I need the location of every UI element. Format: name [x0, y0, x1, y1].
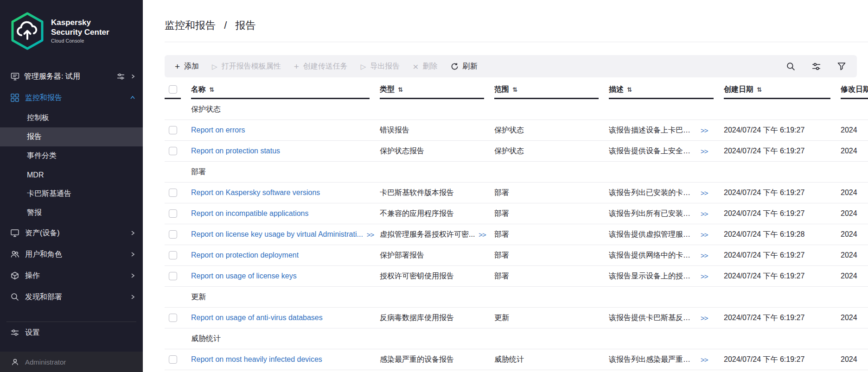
sidebar-item-users-roles[interactable]: 用户和角色: [0, 244, 143, 265]
description-text: 该报告显示设备上的授权许...: [609, 271, 697, 281]
cell-name: Report on protection deployment: [191, 251, 380, 259]
sidebar-item-reports[interactable]: 报告: [0, 127, 143, 146]
report-name-link[interactable]: Report on protection status: [191, 147, 280, 155]
group-label: 更新: [191, 292, 380, 302]
expand-description-link[interactable]: >>: [701, 126, 708, 134]
report-name-link[interactable]: Report on license key usage by virtual A…: [191, 230, 363, 239]
cell-name: Report on protection status: [191, 147, 380, 155]
refresh-button[interactable]: 刷新: [444, 55, 484, 77]
row-checkbox[interactable]: [169, 272, 177, 280]
column-label: 描述: [609, 85, 624, 95]
expand-description-link[interactable]: >>: [701, 231, 708, 239]
cell-scope: 部署: [494, 230, 609, 240]
cell-created: 2024/07/24 下午 6:19:27: [724, 251, 841, 260]
expand-description-link[interactable]: >>: [701, 314, 708, 322]
chevron-right-icon[interactable]: [130, 74, 135, 79]
row-checkbox[interactable]: [169, 147, 177, 155]
column-header-modified[interactable]: 修改日期⇅: [841, 81, 868, 99]
modified-text: 2024: [841, 126, 857, 134]
chevron-right-icon: [130, 230, 135, 236]
filter-button[interactable]: [831, 55, 852, 77]
cell-name: Report on errors: [191, 126, 380, 134]
sidebar-item-dashboard[interactable]: 控制板: [0, 108, 143, 127]
user-account-bar[interactable]: Administrator: [0, 352, 143, 372]
sidebar-item-event-selections[interactable]: 事件分类: [0, 146, 143, 165]
expand-description-link[interactable]: >>: [701, 272, 708, 280]
row-checkbox[interactable]: [169, 209, 177, 218]
cell-created: 2024/07/24 下午 6:19:27: [724, 126, 841, 135]
row-checkbox[interactable]: [169, 126, 177, 134]
management-server-row[interactable]: 管理服务器: 试用: [0, 66, 143, 87]
monitor-icon: [10, 229, 19, 237]
cell-modified: 2024: [841, 230, 868, 239]
cell-type: 授权许可密钥使用报告: [380, 271, 494, 281]
cell-created: 2024/07/24 下午 6:19:27: [724, 271, 841, 281]
group-label: 威胁统计: [191, 334, 380, 344]
select-all-checkbox[interactable]: [169, 85, 177, 94]
expand-type-link[interactable]: >>: [479, 231, 486, 239]
row-checkbox[interactable]: [169, 189, 177, 197]
sidebar-item-assets-devices[interactable]: 资产(设备): [0, 222, 143, 244]
expand-description-link[interactable]: >>: [701, 147, 708, 155]
column-header-type[interactable]: 类型⇅: [380, 81, 494, 99]
row-checkbox[interactable]: [169, 355, 177, 364]
refresh-icon: [451, 63, 459, 70]
row-checkbox[interactable]: [169, 314, 177, 322]
cell-checkbox: [165, 314, 191, 322]
report-name-link[interactable]: Report on protection deployment: [191, 251, 299, 259]
cell-checkbox: [165, 189, 191, 197]
expand-name-link[interactable]: >>: [367, 231, 374, 239]
row-checkbox[interactable]: [169, 230, 177, 239]
sort-icon: ⇅: [757, 86, 762, 93]
add-button[interactable]: + 添加: [168, 55, 205, 77]
server-settings-icon[interactable]: [117, 73, 125, 80]
report-name-link[interactable]: Report on usage of anti-virus databases: [191, 314, 323, 322]
report-name-link[interactable]: Report on usage of license keys: [191, 272, 297, 280]
column-header-created[interactable]: 创建日期⇅: [724, 81, 841, 99]
sidebar-item-kaspersky-announcements[interactable]: 卡巴斯基通告: [0, 184, 143, 203]
sidebar-item-settings[interactable]: 设置: [0, 322, 143, 343]
cell-name: Report on most heavily infected devices: [191, 355, 380, 364]
open-report-template-properties-button[interactable]: ▷ 打开报告模板属性: [205, 55, 287, 77]
expand-description-link[interactable]: >>: [701, 189, 708, 197]
modified-text: 2024: [841, 230, 857, 239]
column-settings-button[interactable]: [805, 55, 827, 77]
report-name-link[interactable]: Report on most heavily infected devices: [191, 355, 322, 364]
row-checkbox[interactable]: [169, 251, 177, 259]
expand-description-link[interactable]: >>: [701, 210, 708, 218]
breadcrumb-parent[interactable]: 监控和报告: [165, 19, 216, 31]
report-name-link[interactable]: Report on errors: [191, 126, 245, 134]
description-text: 该报告提供设备上安全应用...: [609, 146, 697, 156]
create-delivery-task-button[interactable]: + 创建传送任务: [287, 55, 354, 77]
sidebar-item-mdr[interactable]: MDR: [0, 165, 143, 184]
server-icon: [10, 72, 19, 81]
search-icon: [10, 293, 19, 301]
column-header-description[interactable]: 描述⇅: [609, 81, 724, 99]
table-row: Report on most heavily infected devices感…: [165, 349, 868, 370]
sub-item-label: 事件分类: [27, 151, 57, 161]
sub-item-label: 警报: [27, 208, 42, 218]
sidebar-item-operations[interactable]: 操作: [0, 265, 143, 286]
delete-button[interactable]: × 删除: [406, 55, 444, 77]
report-name-link[interactable]: Report on incompatible applications: [191, 209, 308, 218]
cell-scope: 保护状态: [494, 126, 609, 135]
app-logo: Kaspersky Security Center Cloud Console: [0, 0, 143, 66]
column-header-name[interactable]: 名称⇅: [191, 81, 380, 99]
table-row: Report on Kaspersky software versions卡巴斯…: [165, 183, 868, 203]
sidebar-item-label: 用户和角色: [25, 250, 124, 259]
sidebar-item-alerts[interactable]: 警报: [0, 203, 143, 222]
report-name-link[interactable]: Report on Kaspersky software versions: [191, 189, 320, 197]
sidebar-item-discovery-deployment[interactable]: 发现和部署: [0, 286, 143, 308]
export-report-button[interactable]: ▷ 导出报告: [354, 55, 407, 77]
expand-description-link[interactable]: >>: [701, 356, 708, 364]
table-row: Report on license key usage by virtual A…: [165, 224, 868, 245]
cell-type: 错误报告: [380, 126, 494, 135]
created-text: 2024/07/24 下午 6:19:27: [724, 146, 804, 156]
description-text: 该报告列出感染最严重的 10...: [609, 355, 697, 365]
expand-description-link[interactable]: >>: [701, 252, 708, 259]
created-text: 2024/07/24 下午 6:19:27: [724, 251, 804, 260]
created-text: 2024/07/24 下午 6:19:27: [724, 126, 804, 135]
sidebar-item-monitoring-reporting[interactable]: 监控和报告: [0, 87, 143, 108]
search-button[interactable]: [780, 55, 802, 77]
column-header-scope[interactable]: 范围⇅: [494, 81, 609, 99]
